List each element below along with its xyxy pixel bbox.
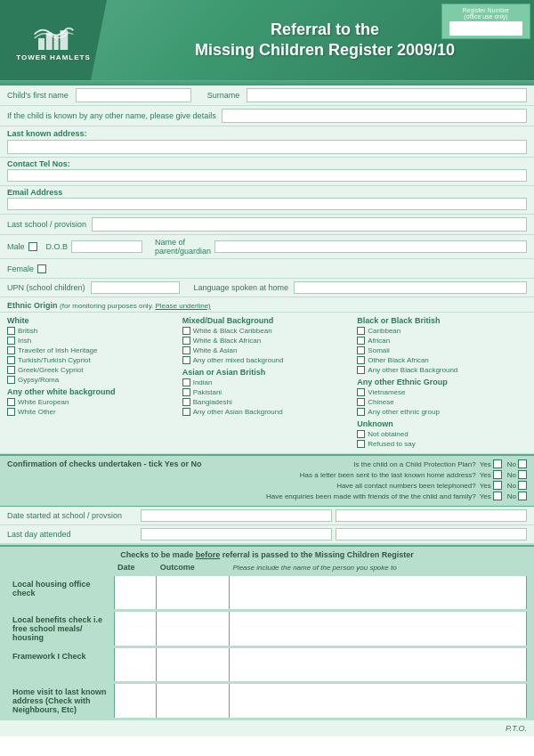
confirm-q3-text: Have all contact numbers been telephoned… [208,482,479,490]
ethnic-refused: Refused to say [357,440,527,448]
child-name-row: Child's first name Surname [0,85,534,106]
confirm-q4: Have enquiries been made with friends of… [208,492,527,500]
school-input[interactable] [92,217,527,232]
page-header: TOWER HAMLETS Referral to the Missing Ch… [0,0,534,80]
ethnic-other-black-african-checkbox[interactable] [357,356,365,364]
ethnic-wba-checkbox[interactable] [182,337,190,345]
q3-no-checkbox[interactable] [518,481,527,490]
ethnic-british-checkbox[interactable] [7,327,15,335]
ethnic-pakistani-checkbox[interactable] [182,388,190,396]
checks-col-outcome-header: Outcome [157,561,230,575]
child-first-name-label: Child's first name [7,91,69,100]
ethnic-any-other-checkbox[interactable] [357,408,365,416]
ethnic-any-other: Any other ethnic group [357,408,527,416]
check-row-4-date[interactable] [114,683,157,719]
check-row-3-outcome[interactable] [157,647,230,683]
q4-yes-checkbox[interactable] [493,492,502,500]
confirm-q3-yn: Yes No [480,481,527,490]
ethnic-not-obtained-checkbox[interactable] [357,430,365,438]
ethnic-other-mixed-checkbox[interactable] [182,356,190,364]
dob-input[interactable] [71,240,142,253]
ethnic-col-black: Black or Black British Caribbean African… [357,316,527,450]
ethnic-turkish-checkbox[interactable] [7,356,15,364]
check-row-1-outcome[interactable] [157,575,230,611]
female-checkbox[interactable] [37,264,46,273]
ethnic-chinese-checkbox[interactable] [357,398,365,406]
ethnic-wbc-checkbox[interactable] [182,327,190,335]
ethnic-wa-checkbox[interactable] [182,346,190,354]
confirm-q2: Has a letter been sent to the last known… [208,470,527,479]
upn-input[interactable] [91,281,180,294]
checks-title: Checks to be made before referral is pas… [7,550,527,559]
confirmation-grid: Confirmation of checks undertaken - tick… [7,459,527,502]
other-ethnic-header: Any other Ethnic Group [357,378,527,386]
check-row-1-date[interactable] [114,575,157,611]
surname-input[interactable] [247,88,527,102]
ethnic-african-checkbox[interactable] [357,337,365,345]
male-checkbox[interactable] [28,242,37,251]
ethnic-other-mixed: Any other mixed background [182,356,352,364]
register-number-sublabel: (office use only) [449,13,522,20]
ethnic-vietnamese-checkbox[interactable] [357,388,365,396]
guardian-sub-label: parent/guardian [155,247,211,256]
logo-block: TOWER HAMLETS [0,0,107,80]
date-started-input1[interactable] [141,509,332,522]
address-label: Last known address: [7,129,87,138]
ethnic-somali-checkbox[interactable] [357,346,365,354]
q3-yes-checkbox[interactable] [493,481,502,490]
register-number-input[interactable] [449,21,522,36]
confirmation-right: Is the child on a Child Protection Plan?… [208,459,527,502]
ethnic-white-other-checkbox[interactable] [7,408,15,416]
ethnic-any-other-black-checkbox[interactable] [357,366,365,374]
address-input[interactable] [7,140,527,154]
q2-no-checkbox[interactable] [518,470,527,479]
ethnic-white-other: White Other [7,408,177,416]
ethnic-white-european: White European [7,398,177,406]
contact-tel-input[interactable] [7,169,527,182]
last-day-input2[interactable] [336,528,527,541]
check-row-2: Local benefits check i.e free school mea… [7,611,527,647]
ethnic-irish-checkbox[interactable] [7,337,15,345]
check-row-4: Home visit to last known address (Check … [7,683,527,719]
check-row-2-outcome[interactable] [157,611,230,647]
child-first-name-input[interactable] [76,88,191,102]
email-input[interactable] [7,198,527,210]
ethnic-refused-checkbox[interactable] [357,440,365,448]
other-name-input[interactable] [222,109,527,123]
check-row-4-person[interactable] [230,683,527,719]
svg-rect-0 [38,38,44,50]
ethnic-caribbean-checkbox[interactable] [357,327,365,335]
check-row-1-person[interactable] [230,575,527,611]
tower-hamlets-logo-icon [34,19,74,50]
confirm-q2-text: Has a letter been sent to the last known… [208,471,479,479]
q4-no-checkbox[interactable] [518,492,527,500]
ethnic-other-asian-checkbox[interactable] [182,408,190,416]
ethnic-bangladeshi-checkbox[interactable] [182,398,190,406]
ethnic-indian-checkbox[interactable] [182,378,190,386]
guardian-input[interactable] [214,240,527,253]
address-block: Last known address: [0,126,534,158]
check-row-4-outcome[interactable] [157,683,230,719]
q1-no-checkbox[interactable] [518,459,527,468]
ethnic-gypsy-checkbox[interactable] [7,376,15,384]
date-section: Date started at school / provsion Last d… [0,507,534,545]
date-started-input2[interactable] [336,509,527,522]
check-row-3-date[interactable] [114,647,157,683]
ethnic-greek-checkbox[interactable] [7,366,15,374]
language-label: Language spoken at home [194,283,289,292]
check-row-3-person[interactable] [230,647,527,683]
language-input[interactable] [294,281,527,294]
guardian-name-label: Name of [155,238,211,247]
q2-yes-checkbox[interactable] [493,470,502,479]
check-row-2-person[interactable] [230,611,527,647]
q1-yes-checkbox[interactable] [493,459,502,468]
page-title: Referral to the Missing Children Registe… [195,20,455,61]
ethnic-white-european-checkbox[interactable] [7,398,15,406]
last-day-input1[interactable] [141,528,332,541]
check-row-2-date[interactable] [114,611,157,647]
confirm-q2-yn: Yes No [480,470,527,479]
ethnic-wbc: White & Black Caribbean [182,327,352,335]
asian-header: Asian or Asian British [182,368,352,377]
checks-col-label-header [7,561,114,575]
ethnic-traveller-checkbox[interactable] [7,346,15,354]
